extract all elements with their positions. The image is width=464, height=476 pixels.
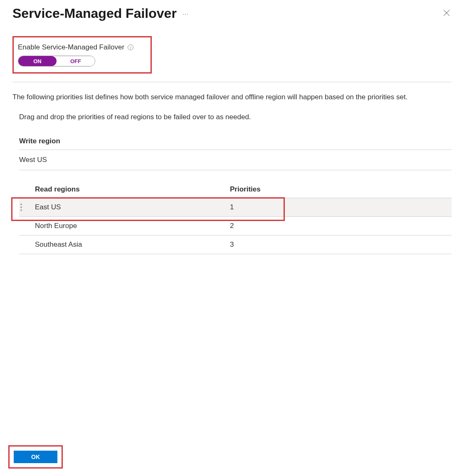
toggle-off[interactable]: OFF: [57, 56, 95, 66]
read-region-row[interactable]: North Europe 2: [19, 217, 452, 236]
close-button[interactable]: [442, 8, 452, 19]
drag-handle-icon[interactable]: [20, 204, 22, 211]
toggle-label-row: Enable Service-Managed Failover i: [18, 43, 145, 52]
regions-section: Write region West US Read regions Priori…: [12, 133, 452, 254]
close-icon: [443, 10, 450, 16]
content-area: Enable Service-Managed Failover i ON OFF…: [0, 25, 464, 254]
write-region-value: West US: [19, 150, 452, 170]
read-regions-col-header: Read regions: [19, 185, 230, 194]
page-title: Service-Managed Failover: [12, 6, 177, 21]
read-region-row[interactable]: East US 1: [19, 198, 452, 217]
read-region-row[interactable]: Southeast Asia 3: [19, 236, 452, 254]
toggle-section: Enable Service-Managed Failover i ON OFF: [12, 36, 152, 74]
header-left: Service-Managed Failover ···: [12, 6, 189, 21]
toggle-label: Enable Service-Managed Failover: [18, 43, 124, 52]
page-header: Service-Managed Failover ···: [0, 0, 464, 25]
divider: [12, 82, 452, 82]
ok-highlight-box: OK: [8, 445, 63, 469]
description-text: The following priorities list defines ho…: [12, 92, 452, 102]
failover-toggle[interactable]: ON OFF: [18, 56, 95, 66]
read-regions-header-row: Read regions Priorities: [19, 179, 452, 198]
priorities-col-header: Priorities: [230, 185, 452, 194]
write-region-header: Write region: [19, 133, 452, 150]
subdescription-text: Drag and drop the priorities of read reg…: [12, 112, 452, 122]
region-name: North Europe: [19, 222, 230, 230]
region-name: East US: [19, 203, 230, 211]
region-priority: 2: [230, 222, 452, 230]
footer: OK: [8, 445, 63, 469]
region-name: Southeast Asia: [19, 240, 230, 249]
toggle-on[interactable]: ON: [18, 56, 57, 66]
overflow-menu-icon[interactable]: ···: [183, 10, 189, 17]
ok-button[interactable]: OK: [14, 451, 57, 463]
region-priority: 3: [230, 240, 452, 249]
region-priority: 1: [230, 203, 452, 211]
info-icon[interactable]: i: [128, 44, 133, 50]
